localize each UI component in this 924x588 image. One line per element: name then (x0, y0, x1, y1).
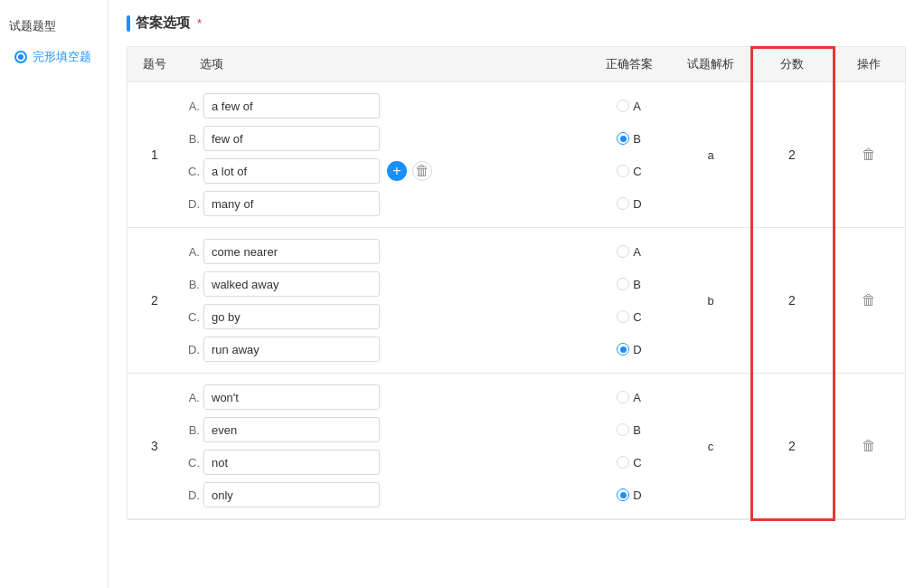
option-input-b[interactable] (203, 271, 380, 297)
delete-row-button[interactable]: 🗑 (862, 292, 876, 308)
section-header: 答案选项 * (127, 14, 906, 32)
option-input-c[interactable] (203, 450, 380, 475)
th-num: 题号 (127, 47, 182, 81)
option-label-c: C. (182, 310, 200, 324)
option-row-b: B. (182, 417, 380, 442)
option-label-b: B. (182, 278, 200, 291)
correct-answer-cell: A B C D (589, 374, 670, 518)
radio-item-d[interactable]: D (617, 337, 641, 362)
radio-circle-d (617, 197, 629, 210)
delete-row-button[interactable]: 🗑 (862, 147, 876, 163)
radio-letter-c: C (633, 310, 641, 324)
option-row-d: D. (182, 337, 380, 362)
add-option-button[interactable]: + (387, 161, 407, 181)
radio-circle-a (617, 391, 629, 403)
radio-letter-a: A (633, 391, 641, 404)
option-label-a: A. (182, 245, 200, 259)
sidebar-item-cloze[interactable]: 完形填空题 (9, 45, 99, 69)
option-label-b: B. (182, 423, 200, 437)
radio-circle-c (617, 165, 629, 177)
options-cell: A. B. C. D. (182, 374, 589, 518)
table-row: 2 A. B. C. D. (127, 228, 905, 374)
action-cell: 🗑 (833, 82, 905, 227)
answer-table: 题号 选项 正确答案 试题解析 分数 操作 1 A. (127, 46, 906, 520)
required-mark: * (197, 16, 202, 30)
radio-letter-b: B (633, 132, 641, 146)
score-cell: 2 (751, 374, 833, 518)
delete-row-button[interactable]: 🗑 (862, 438, 876, 454)
delete-option-button[interactable]: 🗑 (412, 161, 432, 181)
action-cell: 🗑 (833, 228, 905, 373)
score-cell: 2 (751, 228, 833, 373)
option-label-d: D. (182, 343, 200, 356)
sidebar-title: 试题题型 (9, 18, 99, 34)
option-row-c: C. (182, 450, 380, 475)
option-input-b[interactable] (203, 126, 380, 151)
correct-answer-cell: A B C D (589, 82, 670, 227)
explanation-cell: c (670, 374, 751, 518)
radio-item-c[interactable]: C (617, 158, 641, 184)
option-input-b[interactable] (203, 417, 380, 442)
radio-group: A B C D (617, 93, 641, 216)
option-label-d: D. (182, 197, 200, 211)
action-cell: 🗑 (833, 374, 905, 518)
option-input-d[interactable] (203, 337, 380, 362)
option-row-a: A. (182, 93, 380, 119)
option-label-d: D. (182, 488, 200, 502)
option-row-b: B. (182, 126, 380, 151)
radio-letter-b: B (633, 423, 641, 437)
radio-item-b[interactable]: B (617, 271, 641, 297)
option-input-a[interactable] (203, 93, 380, 119)
option-input-a[interactable] (203, 239, 380, 264)
radio-circle-c (617, 456, 629, 469)
main-content: 答案选项 * 题号 选项 正确答案 试题解析 分数 操作 1 (108, 0, 924, 588)
correct-answer-cell: A B C D (589, 228, 670, 373)
radio-item-b[interactable]: B (617, 126, 641, 151)
table-header-row: 题号 选项 正确答案 试题解析 分数 操作 (127, 47, 905, 82)
add-del-buttons: + 🗑 (387, 161, 432, 181)
option-input-a[interactable] (203, 384, 380, 410)
th-action: 操作 (833, 47, 905, 81)
option-row-a: A. (182, 239, 380, 264)
option-input-d[interactable] (203, 482, 380, 507)
radio-letter-c: C (633, 165, 641, 178)
th-score: 分数 (751, 47, 833, 81)
option-row-d: D. (182, 482, 380, 507)
explanation-cell: a (670, 82, 751, 227)
radio-item-a[interactable]: A (617, 239, 641, 264)
option-input-c[interactable] (203, 158, 380, 184)
radio-letter-a: A (633, 245, 641, 259)
radio-circle-c (617, 310, 629, 323)
radio-item-d[interactable]: D (617, 482, 641, 507)
option-row-c: C. + 🗑 (182, 158, 432, 184)
radio-letter-d: D (633, 343, 641, 356)
option-row-b: B. (182, 271, 380, 297)
section-bar-icon (127, 15, 130, 32)
sidebar-radio (14, 51, 27, 63)
option-input-d[interactable] (203, 191, 380, 216)
radio-circle-a (617, 245, 629, 258)
option-label-c: C. (182, 456, 200, 469)
options-cell: A. B. C. D. (182, 228, 589, 373)
question-number: 3 (127, 374, 182, 518)
radio-item-b[interactable]: B (617, 417, 641, 442)
option-row-a: A. (182, 384, 380, 410)
radio-circle-b (617, 423, 629, 436)
radio-letter-d: D (633, 197, 641, 211)
options-cell: A. B. C. + 🗑 (182, 82, 589, 227)
radio-letter-d: D (633, 488, 641, 502)
radio-item-d[interactable]: D (617, 191, 641, 216)
radio-item-c[interactable]: C (617, 304, 641, 329)
radio-item-a[interactable]: A (617, 384, 641, 410)
radio-letter-a: A (633, 100, 641, 113)
table-row: 3 A. B. C. D. (127, 374, 905, 519)
score-cell: 2 (751, 82, 833, 227)
radio-item-c[interactable]: C (617, 450, 641, 475)
sidebar: 试题题型 完形填空题 (0, 0, 108, 588)
radio-circle-d (617, 343, 629, 356)
radio-item-a[interactable]: A (617, 93, 641, 119)
question-number: 1 (127, 82, 182, 227)
section-title: 答案选项 (136, 14, 190, 32)
radio-circle-b (617, 132, 629, 145)
option-input-c[interactable] (203, 304, 380, 329)
